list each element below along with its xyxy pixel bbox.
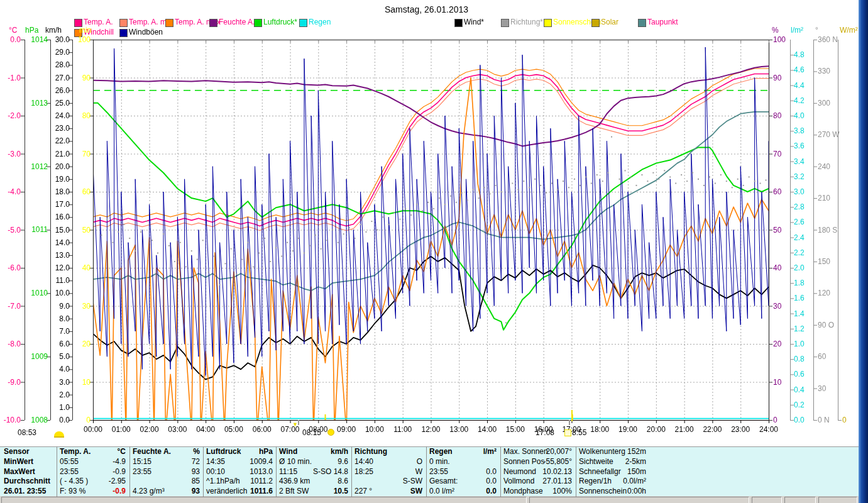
table-separator (129, 446, 130, 497)
tick-label: 330 (818, 67, 830, 75)
hour-label: 18:00 (590, 426, 609, 433)
table-col-unit: °C (82, 447, 126, 456)
tick-label: 13.0 (33, 252, 70, 259)
tick-label: 3.4 (794, 158, 805, 165)
legend-swatch-taupunkt (638, 19, 646, 27)
table-cell-value: 8.6 (279, 477, 348, 486)
tick-label: 50 (773, 226, 781, 234)
table-cell-value: 0.0 (427, 487, 497, 496)
tick-label: 90 (54, 74, 91, 82)
table-astro-label: Vollmond (503, 477, 534, 486)
tick-label: 0.0 (794, 416, 805, 424)
status-panel (1, 497, 527, 503)
legend-swatch-sonnenschein (544, 19, 552, 27)
legend-label: Regen (309, 18, 331, 26)
tick-label: 50 (54, 226, 91, 234)
hour-label: 04:00 (196, 426, 215, 433)
legend-swatch-luftdruck- (254, 19, 262, 27)
tick-label: 16.0 (33, 213, 70, 221)
table-cell-label: 0 min. (429, 457, 450, 467)
tick-label: 4.2 (794, 97, 805, 104)
table-row-label: Durchschnitt (4, 477, 50, 486)
legend-swatch-temp-a-max (165, 19, 173, 27)
legend-swatch-temp-a-min (119, 19, 128, 27)
tick-label: 0 N (818, 416, 830, 424)
table-cell-value: 10.5 (279, 487, 348, 496)
tick-label: -8.0 (0, 340, 21, 348)
table-row-label: Sensor (4, 447, 30, 456)
axis-unit-kmh: km/h (45, 26, 62, 34)
tick-label: 5.0 (33, 353, 70, 360)
axis-unit-min: min (79, 26, 91, 34)
tick-label: -3.0 (0, 150, 21, 158)
tick-label: 19.0 (33, 175, 70, 183)
tick-label: 360 N (818, 36, 838, 43)
tick-label: 8.0 (33, 315, 70, 323)
status-bar (0, 496, 859, 503)
tick-label: 23.0 (33, 124, 70, 132)
tick-label: 3.0 (794, 188, 805, 196)
tick-label: 3.6 (794, 142, 805, 150)
hour-label: 03:00 (168, 426, 187, 433)
status-panel (529, 497, 749, 503)
axis-unit-: ° (815, 26, 818, 34)
tick-label: 2.0 (794, 264, 805, 272)
table-astro-value: 10.02.13 (533, 467, 572, 477)
legend-swatch-solar (591, 19, 600, 27)
tick-label: 11.0 (33, 277, 70, 284)
tick-label: 30 (818, 385, 826, 392)
legend-swatch-regen (299, 19, 307, 27)
hour-label: 22:00 (703, 426, 722, 433)
tick-label: 10.0 (33, 289, 70, 297)
hour-label: 02:00 (140, 426, 159, 433)
window-border-right (859, 0, 868, 503)
tick-label: 0.4 (794, 386, 805, 394)
table-cell-value: 0.0 (427, 467, 497, 477)
tick-label: 10 (54, 379, 91, 386)
table-cell-value: W (353, 467, 422, 477)
axis-unit-Wm: W/m² (840, 26, 858, 34)
tick-label: 100 (773, 36, 786, 43)
morning-marker-tick (298, 420, 299, 425)
legend-label: Feuchte A.* (219, 18, 258, 26)
table-cell-value: 93 (131, 487, 200, 496)
table-cell-value: 1013.0 (204, 467, 273, 477)
tick-label: 4.0 (33, 365, 70, 373)
tick-label: 2.2 (794, 249, 805, 257)
tick-label: 25.0 (33, 99, 70, 107)
legend-label: Windböen (129, 28, 163, 36)
day-length: 8:55 (572, 428, 586, 437)
tick-label: -2.0 (0, 112, 21, 119)
status-panel (818, 497, 857, 503)
legend-swatch-wind- (454, 19, 463, 27)
evening-time: 17:08 (536, 428, 554, 437)
table-col-unit: % (156, 447, 200, 456)
tick-label: 30 (54, 302, 91, 310)
table-row-label: 26.01. 23:55 (4, 487, 46, 496)
tick-label: 40 (773, 264, 781, 272)
hour-label: 09:00 (337, 426, 356, 433)
tick-label: 1.6 (794, 294, 805, 302)
tick-label: 70 (54, 150, 91, 158)
legend-label: Solar (601, 18, 618, 26)
table-info-value: 0:00h (607, 487, 646, 496)
sunrise-icon (54, 431, 64, 438)
table-astro-value: -55,805° (533, 457, 572, 467)
tick-label: 0 (54, 416, 91, 424)
tick-label: 180 S (818, 226, 837, 234)
table-info-value: 150m (607, 467, 646, 477)
hour-label: 10:00 (365, 426, 384, 433)
hour-label: 20:00 (647, 426, 666, 433)
tick-label: 0.8 (794, 355, 805, 363)
table-info-value: 0.0l/m² (607, 477, 646, 486)
status-panel (784, 497, 816, 503)
tick-label: 7.0 (33, 328, 70, 335)
tick-label: 4.6 (794, 66, 805, 74)
table-separator (576, 446, 576, 497)
table-cell-value: -2.95 (57, 477, 126, 486)
table-row-label: MinWert (4, 457, 33, 467)
tick-label: 4.4 (794, 82, 805, 89)
hour-label: 15:00 (506, 426, 525, 433)
table-col-header: Wind (279, 447, 297, 456)
hour-label: 19:00 (618, 426, 637, 433)
